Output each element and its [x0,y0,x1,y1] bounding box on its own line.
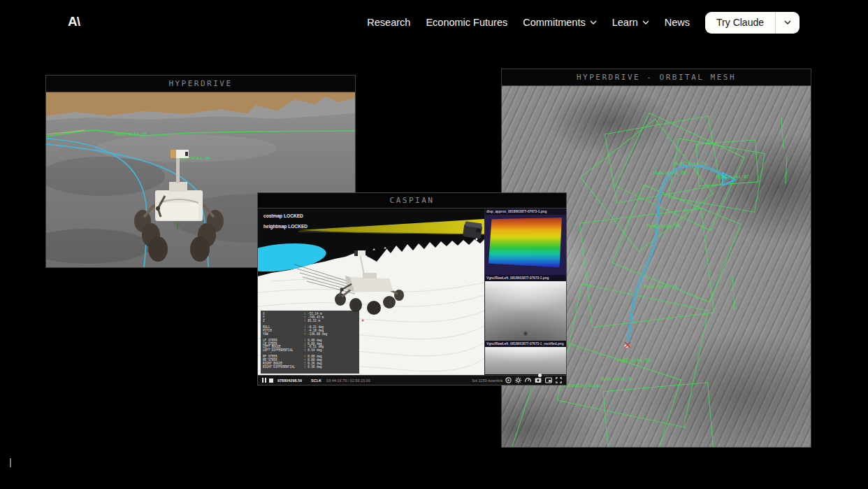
hyperdrive-window-title: HYPERDRIVE [46,76,355,92]
waypoint-label: MudCracks_05 [115,132,147,137]
nav-learn-label: Learn [612,17,638,28]
downlink-label: Sol 1159 downlink [472,378,502,383]
site-label: MudCracks_04 [647,223,680,229]
rectified-image-label: VgnclRawLeft_0818663877-07673-1_rectifie… [485,341,566,346]
raw-image-label: VgnclRawLeft_0818663877-07673-1.png [485,275,566,281]
sclk-label: SCLK [311,378,321,383]
pip-icon[interactable] [545,376,552,385]
scrubber-track[interactable] [258,375,566,376]
site-label: MudCracks_02 [618,357,651,363]
caspian-3d-viewport: costmap LOCKED heightmap LOCKED [258,208,484,375]
nav-economic-futures[interactable]: Economic Futures [426,17,507,28]
try-claude-button[interactable]: Try Claude [705,12,800,34]
chevron-down-icon [642,20,649,24]
disparity-image [485,215,566,275]
disparity-colormap [488,218,563,268]
orbital-window-title: HYPERDRIVE - ORBITAL MESH [502,69,811,86]
panel-label-bar: disp_approx_0818663877-07673-1.png [485,208,566,215]
raw-camera-image [485,281,566,341]
caspian-window-title: CASPIAN [258,193,566,208]
chevron-down-icon [590,20,597,24]
heightmap-status: heightmap LOCKED [263,224,308,229]
panel-label-bar: VgnclRawLeft_0818663877-07673-1.png [485,275,566,281]
caspian-window: CASPIAN costmap LOCKED heightmap LOCKED [257,192,567,385]
site-label: MudCracks_03 [644,284,677,290]
cursor-tick [10,458,11,467]
playback-time: 03:44:19.79 / 02:59:23.00 [326,378,370,383]
site-label: MudCracks_07 [716,174,749,180]
telemetry-panel: X-51.14 m Y-749.43 m Z85.52 m ROLL-0.21 … [261,311,359,374]
camera-panels: disp_approx_0818663877-07673-1.png Vgncl… [484,208,566,375]
rectified-camera-image [485,347,566,374]
site-label: MudCracks_01 [601,376,634,382]
site-label: MudCracks_06 [674,161,707,166]
top-nav: Research Economic Futures Commitments Le… [352,11,800,34]
settings-gear-icon[interactable] [515,376,521,385]
playback-controls: 978804298.59 SCLK 03:44:19.79 / 02:59:23… [258,375,566,385]
nav-news-label: News [665,17,690,28]
lock-status-hud: costmap LOCKED heightmap LOCKED [263,213,344,234]
stop-icon[interactable] [269,376,273,385]
nav-research[interactable]: Research [367,17,410,28]
nav-commitments[interactable]: Commitments [523,17,596,28]
playback-speed-icon[interactable] [525,376,531,385]
nav-research-label: Research [367,17,410,28]
nav-economic-futures-label: Economic Futures [426,17,507,28]
nav-news[interactable]: News [665,17,690,28]
sensor-cube [463,221,483,239]
chevron-down-icon[interactable] [776,20,800,24]
sclk-value: 978804298.59 [277,378,302,383]
fullscreen-icon[interactable] [556,376,562,385]
try-claude-label: Try Claude [705,17,775,28]
palette-icon[interactable] [505,376,512,385]
costmap-status: costmap LOCKED [263,213,308,219]
nav-learn[interactable]: Learn [612,17,649,28]
nav-commitments-label: Commitments [523,17,585,28]
panel-label-bar: VgnclRawLeft_0818663877-07673-1_rectifie… [485,341,566,347]
disparity-image-label: disp_approx_0818663877-07673-1.png [485,208,566,214]
anthropic-logo[interactable]: A\ [68,14,80,29]
site-label: MudCracks_05 [653,170,686,176]
pause-icon[interactable] [262,376,266,385]
